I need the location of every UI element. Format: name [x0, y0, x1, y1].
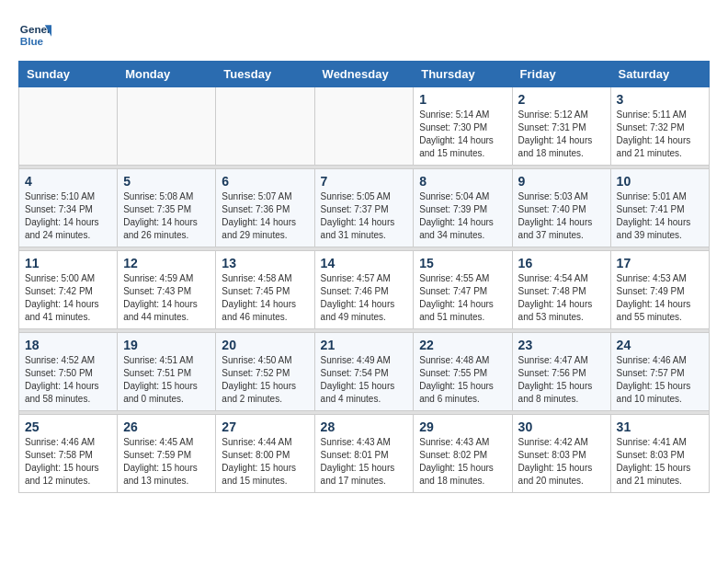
calendar-cell: 23Sunrise: 4:47 AM Sunset: 7:56 PM Dayli… — [512, 333, 610, 411]
day-info: Sunrise: 5:08 AM Sunset: 7:35 PM Dayligh… — [123, 190, 210, 242]
day-info: Sunrise: 4:46 AM Sunset: 7:57 PM Dayligh… — [617, 354, 703, 406]
weekday-header: Wednesday — [314, 62, 414, 87]
day-info: Sunrise: 4:54 AM Sunset: 7:48 PM Dayligh… — [518, 272, 605, 324]
day-info: Sunrise: 4:47 AM Sunset: 7:56 PM Dayligh… — [518, 354, 605, 406]
day-info: Sunrise: 5:03 AM Sunset: 7:40 PM Dayligh… — [518, 190, 605, 242]
svg-text:General: General — [20, 23, 51, 35]
calendar-cell: 20Sunrise: 4:50 AM Sunset: 7:52 PM Dayli… — [216, 333, 314, 411]
day-info: Sunrise: 4:51 AM Sunset: 7:51 PM Dayligh… — [123, 354, 210, 406]
calendar-cell: 11Sunrise: 5:00 AM Sunset: 7:42 PM Dayli… — [19, 251, 118, 329]
day-number: 29 — [419, 419, 506, 434]
day-number: 25 — [25, 419, 111, 434]
day-info: Sunrise: 5:12 AM Sunset: 7:31 PM Dayligh… — [518, 109, 605, 160]
day-info: Sunrise: 4:46 AM Sunset: 7:58 PM Dayligh… — [25, 436, 111, 488]
calendar-header-row: SundayMondayTuesdayWednesdayThursdayFrid… — [19, 62, 710, 87]
calendar-cell: 15Sunrise: 4:55 AM Sunset: 7:47 PM Dayli… — [414, 251, 512, 329]
day-number: 11 — [25, 256, 111, 270]
day-number: 17 — [617, 256, 703, 270]
calendar-cell: 8Sunrise: 5:04 AM Sunset: 7:39 PM Daylig… — [414, 169, 512, 247]
day-info: Sunrise: 5:04 AM Sunset: 7:39 PM Dayligh… — [419, 190, 506, 242]
day-number: 31 — [617, 419, 703, 434]
calendar-cell — [19, 87, 118, 166]
week-row: 1Sunrise: 5:14 AM Sunset: 7:30 PM Daylig… — [19, 87, 710, 166]
calendar-cell: 12Sunrise: 4:59 AM Sunset: 7:43 PM Dayli… — [118, 251, 216, 329]
week-row: 11Sunrise: 5:00 AM Sunset: 7:42 PM Dayli… — [19, 251, 710, 329]
day-info: Sunrise: 5:00 AM Sunset: 7:42 PM Dayligh… — [25, 272, 111, 324]
calendar-cell: 10Sunrise: 5:01 AM Sunset: 7:41 PM Dayli… — [610, 169, 709, 247]
calendar-cell — [216, 87, 314, 166]
day-number: 18 — [25, 338, 111, 352]
calendar-cell: 22Sunrise: 4:48 AM Sunset: 7:55 PM Dayli… — [414, 333, 512, 411]
day-info: Sunrise: 5:07 AM Sunset: 7:36 PM Dayligh… — [222, 190, 308, 242]
day-info: Sunrise: 4:48 AM Sunset: 7:55 PM Dayligh… — [419, 354, 506, 406]
week-row: 25Sunrise: 4:46 AM Sunset: 7:58 PM Dayli… — [19, 415, 710, 493]
calendar-cell: 4Sunrise: 5:10 AM Sunset: 7:34 PM Daylig… — [19, 169, 118, 247]
day-info: Sunrise: 4:43 AM Sunset: 8:01 PM Dayligh… — [321, 436, 408, 488]
calendar-cell: 17Sunrise: 4:53 AM Sunset: 7:49 PM Dayli… — [610, 251, 709, 329]
day-number: 30 — [518, 419, 605, 434]
calendar-cell: 6Sunrise: 5:07 AM Sunset: 7:36 PM Daylig… — [216, 169, 314, 247]
day-number: 4 — [25, 174, 111, 189]
calendar-cell: 7Sunrise: 5:05 AM Sunset: 7:37 PM Daylig… — [314, 169, 414, 247]
day-number: 12 — [123, 256, 210, 270]
day-info: Sunrise: 4:58 AM Sunset: 7:45 PM Dayligh… — [222, 272, 308, 324]
day-info: Sunrise: 5:10 AM Sunset: 7:34 PM Dayligh… — [25, 190, 111, 242]
day-number: 21 — [321, 338, 408, 352]
day-number: 6 — [222, 174, 308, 189]
day-number: 8 — [419, 174, 506, 189]
calendar-cell — [314, 87, 414, 166]
day-info: Sunrise: 5:05 AM Sunset: 7:37 PM Dayligh… — [321, 190, 408, 242]
day-info: Sunrise: 4:44 AM Sunset: 8:00 PM Dayligh… — [222, 436, 308, 488]
week-row: 18Sunrise: 4:52 AM Sunset: 7:50 PM Dayli… — [19, 333, 710, 411]
calendar-cell: 18Sunrise: 4:52 AM Sunset: 7:50 PM Dayli… — [19, 333, 118, 411]
day-info: Sunrise: 4:45 AM Sunset: 7:59 PM Dayligh… — [123, 436, 210, 488]
day-number: 26 — [123, 419, 210, 434]
day-number: 9 — [518, 174, 605, 189]
day-number: 3 — [617, 92, 703, 107]
day-number: 24 — [617, 338, 703, 352]
day-info: Sunrise: 5:11 AM Sunset: 7:32 PM Dayligh… — [617, 109, 703, 160]
day-number: 22 — [419, 338, 506, 352]
day-number: 27 — [222, 419, 308, 434]
calendar-cell: 31Sunrise: 4:41 AM Sunset: 8:03 PM Dayli… — [610, 415, 709, 493]
svg-text:Blue: Blue — [20, 35, 44, 47]
calendar-cell: 14Sunrise: 4:57 AM Sunset: 7:46 PM Dayli… — [314, 251, 414, 329]
weekday-header: Saturday — [610, 62, 709, 87]
calendar-table: SundayMondayTuesdayWednesdayThursdayFrid… — [18, 61, 710, 493]
day-number: 10 — [617, 174, 703, 189]
logo: General Blue — [18, 18, 51, 52]
calendar-cell: 30Sunrise: 4:42 AM Sunset: 8:03 PM Dayli… — [512, 415, 610, 493]
calendar-cell: 25Sunrise: 4:46 AM Sunset: 7:58 PM Dayli… — [19, 415, 118, 493]
logo-icon: General Blue — [18, 18, 51, 52]
day-number: 13 — [222, 256, 308, 270]
calendar-cell: 24Sunrise: 4:46 AM Sunset: 7:57 PM Dayli… — [610, 333, 709, 411]
day-number: 5 — [123, 174, 210, 189]
day-info: Sunrise: 4:49 AM Sunset: 7:54 PM Dayligh… — [321, 354, 408, 406]
calendar-cell — [118, 87, 216, 166]
day-info: Sunrise: 4:59 AM Sunset: 7:43 PM Dayligh… — [123, 272, 210, 324]
calendar-cell: 13Sunrise: 4:58 AM Sunset: 7:45 PM Dayli… — [216, 251, 314, 329]
weekday-header: Sunday — [19, 62, 118, 87]
calendar-cell: 28Sunrise: 4:43 AM Sunset: 8:01 PM Dayli… — [314, 415, 414, 493]
day-info: Sunrise: 4:55 AM Sunset: 7:47 PM Dayligh… — [419, 272, 506, 324]
day-info: Sunrise: 4:57 AM Sunset: 7:46 PM Dayligh… — [321, 272, 408, 324]
calendar-cell: 19Sunrise: 4:51 AM Sunset: 7:51 PM Dayli… — [118, 333, 216, 411]
page-header: General Blue — [18, 18, 710, 52]
calendar-cell: 5Sunrise: 5:08 AM Sunset: 7:35 PM Daylig… — [118, 169, 216, 247]
day-info: Sunrise: 4:50 AM Sunset: 7:52 PM Dayligh… — [222, 354, 308, 406]
calendar-cell: 29Sunrise: 4:43 AM Sunset: 8:02 PM Dayli… — [414, 415, 512, 493]
calendar-cell: 2Sunrise: 5:12 AM Sunset: 7:31 PM Daylig… — [512, 87, 610, 166]
weekday-header: Thursday — [414, 62, 512, 87]
day-info: Sunrise: 5:14 AM Sunset: 7:30 PM Dayligh… — [419, 109, 506, 160]
day-info: Sunrise: 4:41 AM Sunset: 8:03 PM Dayligh… — [617, 436, 703, 488]
day-number: 1 — [419, 92, 506, 107]
calendar-cell: 16Sunrise: 4:54 AM Sunset: 7:48 PM Dayli… — [512, 251, 610, 329]
week-row: 4Sunrise: 5:10 AM Sunset: 7:34 PM Daylig… — [19, 169, 710, 247]
calendar-cell: 9Sunrise: 5:03 AM Sunset: 7:40 PM Daylig… — [512, 169, 610, 247]
calendar-cell: 3Sunrise: 5:11 AM Sunset: 7:32 PM Daylig… — [610, 87, 709, 166]
day-number: 2 — [518, 92, 605, 107]
day-info: Sunrise: 4:43 AM Sunset: 8:02 PM Dayligh… — [419, 436, 506, 488]
day-number: 23 — [518, 338, 605, 352]
day-number: 7 — [321, 174, 408, 189]
day-info: Sunrise: 4:53 AM Sunset: 7:49 PM Dayligh… — [617, 272, 703, 324]
